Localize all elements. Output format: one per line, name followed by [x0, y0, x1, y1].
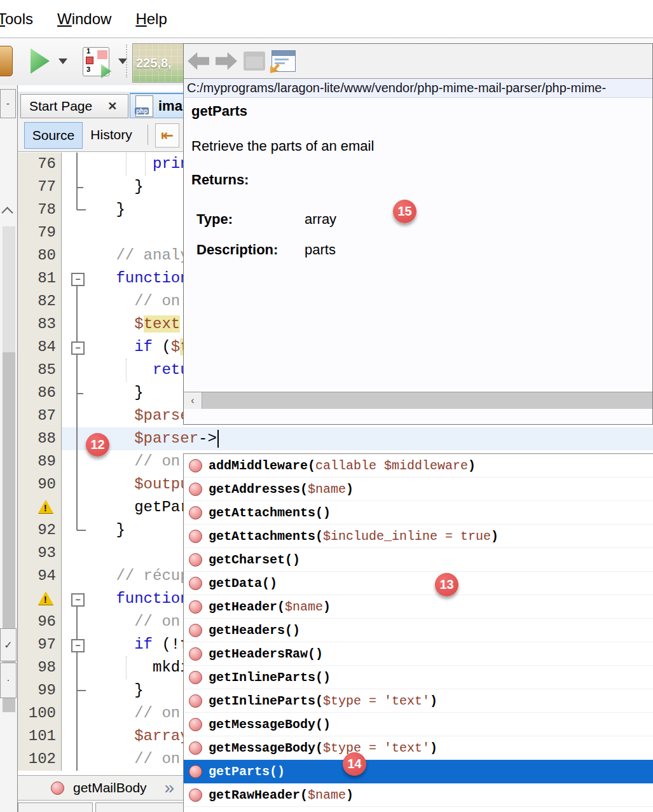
run-button-icon[interactable]	[31, 48, 50, 74]
forward-arrow-icon[interactable]	[216, 52, 237, 70]
line-number[interactable]: 84	[18, 336, 62, 359]
fold-line	[76, 153, 78, 210]
last-edit-icon[interactable]: ⇤	[155, 123, 179, 148]
method-icon	[189, 647, 202, 661]
completion-item[interactable]: getResource()	[184, 807, 653, 812]
run-dropdown-icon[interactable]	[58, 58, 67, 64]
line-number[interactable]: 77	[18, 175, 62, 198]
completion-item[interactable]: getParts()	[184, 760, 653, 783]
code-line[interactable]: 88 $parser->	[18, 427, 653, 450]
line-number[interactable]: 96	[18, 610, 62, 633]
completion-item[interactable]: getHeader($name)	[184, 595, 653, 619]
line-number[interactable]: 101	[18, 725, 62, 748]
line-number[interactable]: 80	[18, 244, 62, 267]
line-number[interactable]: 82	[18, 290, 62, 313]
dock-check-button[interactable]: ✓	[0, 628, 17, 661]
debug-steps-icon[interactable]: 1 3	[83, 47, 109, 76]
line-number[interactable]: 90	[18, 473, 62, 496]
warning-gutter[interactable]: !	[18, 588, 62, 610]
method-icon	[189, 483, 202, 496]
warning-icon: !	[38, 500, 55, 515]
doc-horizontal-scrollbar[interactable]: ‹	[184, 392, 652, 409]
line-number[interactable]: 85	[18, 359, 62, 382]
completion-item[interactable]: getHeaders()	[184, 619, 653, 642]
line-number[interactable]: 86	[18, 382, 62, 404]
tab-php-file-label: ima	[158, 98, 182, 114]
toolbar-separator	[148, 125, 148, 145]
close-icon[interactable]: ✕	[107, 99, 117, 113]
dock-dot-button[interactable]: ·	[0, 663, 17, 698]
line-number[interactable]: 88	[18, 427, 62, 450]
completion-item[interactable]: getCharset()	[184, 548, 653, 572]
completion-item[interactable]: getAddresses($name)	[184, 478, 653, 501]
bottom-panel-edge	[18, 802, 93, 812]
line-number[interactable]: 99	[18, 679, 62, 702]
line-number[interactable]: 78	[18, 198, 62, 221]
warning-gutter[interactable]: !	[18, 496, 62, 519]
method-icon	[189, 577, 202, 590]
line-number[interactable]: 92	[18, 519, 62, 542]
line-number[interactable]: 76	[18, 153, 62, 175]
method-icon	[189, 506, 202, 520]
completion-item[interactable]: getAttachments($include_inline = true)	[184, 525, 653, 548]
line-number[interactable]: 98	[18, 656, 62, 679]
line-number[interactable]: 94	[18, 565, 62, 588]
dock-minimize-button[interactable]: -	[0, 89, 16, 118]
completion-item[interactable]: getMessageBody($type = 'text')	[184, 736, 653, 760]
completion-item[interactable]: getHeadersRaw()	[184, 642, 653, 666]
doc-popup-toolbar	[184, 44, 652, 79]
cursor-arrow-icon	[270, 64, 280, 73]
fold-toggle[interactable]: −	[71, 341, 85, 355]
completion-item[interactable]: getRawHeader($name)	[184, 783, 653, 807]
menu-tools[interactable]: Tools	[0, 10, 46, 28]
fold-toggle[interactable]: −	[71, 273, 85, 286]
window-line	[275, 62, 285, 64]
back-arrow-icon[interactable]	[188, 52, 209, 70]
line-number[interactable]: 93	[18, 542, 62, 565]
annotation-badge-12: 12	[86, 433, 109, 457]
line-number[interactable]: 97	[18, 633, 62, 656]
fold-line	[76, 284, 78, 530]
menu-window[interactable]: Window	[44, 10, 125, 28]
doc-file-path: C:/myprograms/laragon-lite/www/vendor/ph…	[184, 79, 652, 98]
indent-guide	[145, 153, 146, 175]
completion-item[interactable]: addMiddleware(callable $middleware)	[184, 454, 653, 478]
line-number[interactable]: 79	[18, 221, 62, 244]
fold-toggle[interactable]: −	[71, 639, 85, 652]
memory-meter[interactable]: 225,8,	[132, 43, 188, 83]
indent-guide	[126, 153, 127, 175]
line-number[interactable]: 81	[18, 267, 62, 290]
debug-step-1: 1	[86, 47, 90, 55]
line-number[interactable]: 102	[18, 748, 62, 771]
breadcrumb-method[interactable]: getMailBody	[73, 780, 147, 795]
fold-corner	[77, 690, 86, 691]
line-number[interactable]: 89	[18, 450, 62, 473]
line-number[interactable]: 83	[18, 313, 62, 336]
code-text: $parser->	[62, 427, 653, 450]
chevron-right-icon[interactable]: »	[165, 779, 175, 797]
clipped-toolbar-icon[interactable]	[0, 46, 13, 76]
completion-item[interactable]: getInlineParts($type = 'text')	[184, 689, 653, 713]
fold-tick	[77, 393, 83, 394]
collapse-chevron-icon[interactable]	[1, 207, 13, 218]
scroll-left-button[interactable]: ‹	[184, 392, 202, 409]
method-icon	[189, 741, 202, 755]
source-button[interactable]: Source	[24, 122, 83, 149]
tab-start-page-label: Start Page	[29, 99, 92, 114]
completion-item[interactable]: getAttachments()	[184, 501, 653, 525]
completion-item[interactable]: getData()	[184, 572, 653, 595]
completion-item[interactable]: getMessageBody()	[184, 713, 653, 736]
line-number[interactable]: 87	[18, 404, 62, 427]
line-number[interactable]: 100	[18, 702, 62, 725]
debug-step-3: 3	[86, 65, 90, 73]
tab-start-page[interactable]: Start Page ✕	[20, 94, 128, 118]
history-button[interactable]: History	[83, 122, 140, 148]
open-in-browser-icon[interactable]	[272, 50, 296, 72]
fold-line	[76, 352, 78, 393]
fold-toggle[interactable]: −	[71, 593, 85, 607]
menu-help[interactable]: Help	[122, 10, 180, 28]
left-dock-strip: - ✓ ·	[0, 85, 17, 812]
method-icon	[189, 694, 202, 708]
bottom-panel-edge	[95, 802, 186, 812]
completion-item[interactable]: getInlineParts()	[184, 666, 653, 689]
